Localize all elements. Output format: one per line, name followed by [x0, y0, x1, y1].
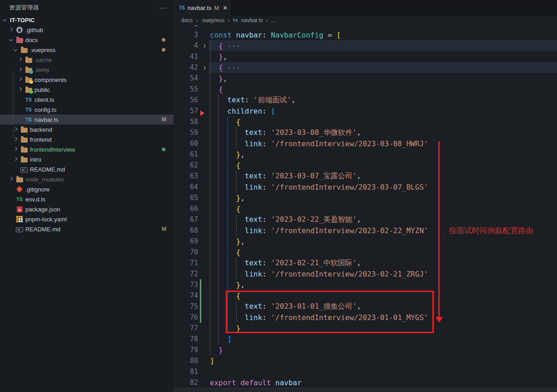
tree-item-package-json[interactable]: npackage.json [0, 204, 174, 214]
tree-item-readme-md[interactable]: M↓README.md [0, 164, 174, 174]
line-number[interactable]: 59 [174, 129, 198, 137]
line-number[interactable]: 80 [174, 357, 198, 365]
code-line-42[interactable]: 42 { ··· [174, 62, 557, 73]
tree-item-navbar-ts[interactable]: TSnavbar.tsM [0, 115, 174, 124]
line-number[interactable]: 56 [174, 96, 198, 104]
line-number[interactable]: 71 [174, 259, 198, 267]
code-line-62[interactable]: 62 { [174, 160, 557, 171]
line-number[interactable]: 65 [174, 194, 198, 202]
line-number[interactable]: 78 [174, 335, 198, 343]
code-text: }, [210, 237, 245, 246]
code-text: text: '2023-03-07_宝露公司', [210, 172, 361, 181]
explorer-actions-icon[interactable]: ··· [159, 4, 167, 11]
tree-item--gitignore[interactable]: .gitignore [0, 184, 174, 194]
line-number[interactable]: 76 [174, 313, 198, 321]
code-line-59[interactable]: 59 text: '2023-03-08_华微软件', [174, 127, 557, 138]
tab-navbar-ts[interactable]: TS navbar.ts M ✕ [174, 0, 232, 16]
line-number[interactable]: 64 [174, 183, 198, 191]
tree-item-frontend[interactable]: frontend [0, 134, 174, 144]
code-text: { ··· [210, 42, 240, 50]
tree-item--github[interactable]: .github [0, 25, 174, 35]
line-number[interactable]: 68 [174, 226, 198, 234]
code-line-4[interactable]: 4 { ··· [174, 40, 557, 51]
tree-item-env-d-ts[interactable]: TSenv.d.ts [0, 194, 174, 204]
line-number[interactable]: 66 [174, 205, 198, 213]
fold-chevron-icon[interactable] [198, 44, 210, 48]
tree-root-it-topic[interactable]: IT-TOPIC [0, 15, 174, 25]
line-number[interactable]: 72 [174, 270, 198, 278]
line-number[interactable]: 54 [174, 74, 198, 82]
line-number[interactable]: 57 [174, 107, 198, 115]
code-line-79[interactable]: 79 } [174, 344, 557, 355]
tree-item-readme-md[interactable]: M↓README.mdM [0, 224, 174, 234]
code-line-57[interactable]: 57 children: [ [174, 105, 557, 116]
code-line-69[interactable]: 69 }, [174, 236, 557, 247]
tree-item-config-ts[interactable]: TSconfig.ts [0, 105, 174, 115]
code-line-60[interactable]: 60 link: '/frontendInterview/2023-03-08_… [174, 138, 557, 149]
tree-item-client-ts[interactable]: TSclient.ts [0, 95, 174, 105]
code-line-64[interactable]: 64 link: '/frontendInterview/2023-03-07_… [174, 182, 557, 192]
line-number[interactable]: 70 [174, 248, 198, 256]
code-line-66[interactable]: 66 { [174, 203, 557, 214]
line-number[interactable]: 81 [174, 368, 198, 376]
line-number[interactable]: 58 [174, 118, 198, 126]
code-line-3[interactable]: 3const navbar: NavbarConfig = [ [174, 29, 557, 40]
tree-item-pnpm-lock-yaml[interactable]: pnpm-lock.yaml [0, 214, 174, 224]
line-number[interactable]: 82 [174, 378, 198, 387]
line-number[interactable]: 60 [174, 139, 198, 148]
code-line-65[interactable]: 65 }, [174, 192, 557, 203]
code-editor[interactable]: 23const navbar: NavbarConfig = [4 { ···4… [174, 25, 557, 392]
tree-item-backend[interactable]: backend [0, 124, 174, 134]
code-line-82[interactable]: 82export default navbar [174, 377, 557, 388]
tree-item--vuepress[interactable]: .vuepress [0, 45, 174, 55]
folder-icon [16, 36, 23, 43]
line-number[interactable]: 79 [174, 346, 198, 354]
line-number[interactable]: 75 [174, 302, 198, 311]
code-line-71[interactable]: 71 text: '2023-02-21_中软国际', [174, 258, 557, 268]
code-line-54[interactable]: 54 }, [174, 73, 557, 84]
line-number[interactable]: 61 [174, 150, 198, 158]
code-line-2[interactable]: 2 [174, 25, 557, 29]
breadcrumb-item-docs[interactable]: docs [181, 17, 193, 24]
tree-item-components[interactable]: components [0, 75, 174, 85]
code-line-73[interactable]: 73 }, [174, 279, 557, 290]
code-line-41[interactable]: 41 }, [174, 51, 557, 62]
code-line-80[interactable]: 80] [174, 355, 557, 366]
line-number[interactable]: 4 [174, 42, 198, 50]
line-number[interactable]: 67 [174, 215, 198, 224]
tree-item-docs[interactable]: docs [0, 35, 174, 45]
line-number[interactable]: 41 [174, 53, 198, 61]
code-line-56[interactable]: 56 text: '前端面试', [174, 95, 557, 105]
code-line-78[interactable]: 78 ] [174, 334, 557, 344]
fold-chevron-icon[interactable] [198, 66, 210, 69]
code-line-72[interactable]: 72 link: '/frontendInterview/2023-02-21_… [174, 268, 557, 279]
tree-item-public[interactable]: public [0, 85, 174, 95]
line-number[interactable]: 42 [174, 63, 198, 72]
code-line-63[interactable]: 63 text: '2023-03-07_宝露公司', [174, 171, 557, 182]
code-line-67[interactable]: 67 text: '2023-02-22_美盈智能', [174, 214, 557, 225]
breadcrumb-item-navbar-ts[interactable]: navbar.ts [241, 17, 263, 24]
tree-item--cache[interactable]: .cache [0, 55, 174, 65]
code-line-61[interactable]: 61 }, [174, 149, 557, 160]
code-line-70[interactable]: 70 { [174, 247, 557, 258]
code-line-81[interactable]: 81 [174, 366, 557, 377]
line-number[interactable]: 74 [174, 292, 198, 300]
code-text: text: '前端面试', [210, 96, 295, 105]
line-number[interactable]: 62 [174, 161, 198, 169]
breadcrumb-item-vuepress[interactable]: .vuepress [201, 17, 224, 24]
line-number[interactable]: 3 [174, 31, 198, 39]
line-number[interactable]: 73 [174, 281, 198, 289]
code-line-58[interactable]: 58 { [174, 116, 557, 127]
tree-item--temp[interactable]: .temp [0, 65, 174, 75]
tree-item-node-modules[interactable]: node_modules [0, 174, 174, 184]
tree-item-intro[interactable]: intro [0, 154, 174, 164]
line-number[interactable]: 2 [174, 25, 198, 28]
line-number[interactable]: 55 [174, 85, 198, 93]
line-number[interactable]: 77 [174, 324, 198, 332]
code-line-55[interactable]: 55 { [174, 84, 557, 95]
tree-item-frontendinterview[interactable]: frontendInterview [0, 144, 174, 154]
line-number[interactable]: 69 [174, 237, 198, 245]
line-number[interactable]: 63 [174, 172, 198, 180]
breadcrumb-item-symbol[interactable]: ... [271, 17, 276, 24]
close-icon[interactable]: ✕ [223, 5, 228, 11]
